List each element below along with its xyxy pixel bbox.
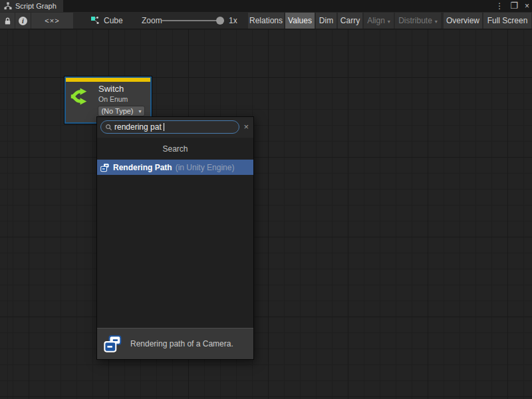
zoom-slider[interactable]: [162, 20, 223, 21]
fuzzy-finder-popup: rendering pat × Search Rendering Path (i…: [96, 116, 254, 360]
dropdown-arrow-icon: ▾: [139, 108, 142, 114]
search-result-row[interactable]: Rendering Path (in Unity Engine): [97, 160, 253, 175]
finder-empty-area: [97, 175, 253, 328]
graph-toolbar: i <×> Cube Zoom 1x Relations Values Dim …: [0, 12, 532, 29]
graph-node-icon: [90, 16, 100, 25]
window-menu-icon[interactable]: ⋮: [495, 0, 503, 12]
tab-bar: Script Graph ⋮ ❐ ×: [0, 0, 532, 12]
node-type-dropdown[interactable]: (No Type) ▾: [98, 106, 145, 116]
lock-icon: [3, 17, 12, 25]
toolbar-button-carry[interactable]: Carry: [338, 13, 362, 29]
enum-icon: [100, 163, 110, 172]
code-icon: <×>: [45, 17, 59, 25]
enum-icon-large: [104, 335, 122, 353]
footer-description: Rendering path of a Camera.: [130, 339, 233, 348]
toolbar-button-dim[interactable]: Dim: [316, 13, 336, 29]
finder-header: Search: [97, 138, 253, 160]
toolbar-button-overview[interactable]: Overview: [444, 13, 482, 29]
search-input[interactable]: rendering pat: [100, 120, 239, 134]
zoom-slider-knob[interactable]: [216, 17, 224, 25]
graph-canvas[interactable]: Switch On Enum (No Type) ▾ rendering pat: [0, 29, 532, 399]
switch-branch-icon: [69, 86, 90, 107]
window-close-icon[interactable]: ×: [525, 0, 529, 12]
script-graph-icon: [4, 2, 12, 10]
zoom-label: Zoom: [142, 12, 162, 29]
result-name: Rendering Path: [113, 163, 172, 172]
toolbar-button-align[interactable]: Align ▾: [364, 13, 394, 29]
dropdown-arrow-icon: ▾: [388, 19, 390, 25]
maximize-icon[interactable]: ❐: [510, 0, 518, 12]
finder-search-row: rendering pat ×: [97, 117, 253, 138]
edit-script-button[interactable]: <×>: [31, 13, 73, 29]
tab-script-graph[interactable]: Script Graph: [0, 0, 63, 12]
text-caret: [164, 123, 164, 131]
search-query-text: rendering pat: [114, 122, 162, 132]
info-icon: i: [19, 17, 27, 25]
graph-target[interactable]: Cube: [90, 12, 123, 29]
node-subtitle: On Enum: [98, 95, 128, 103]
graph-target-label: Cube: [104, 16, 123, 25]
tab-label: Script Graph: [15, 2, 57, 10]
lock-button[interactable]: [0, 13, 15, 29]
finder-footer: Rendering path of a Camera.: [97, 328, 253, 359]
toolbar-button-distribute[interactable]: Distribute ▾: [395, 13, 441, 29]
toolbar-button-relations[interactable]: Relations: [248, 13, 284, 29]
toolbar-button-values[interactable]: Values: [285, 13, 315, 29]
node-title: Switch: [98, 84, 124, 94]
inspect-button[interactable]: i: [15, 13, 31, 29]
zoom-value: 1x: [229, 12, 237, 29]
finder-close-icon[interactable]: ×: [243, 122, 249, 131]
toolbar-button-fullscreen[interactable]: Full Screen: [483, 13, 531, 29]
dropdown-arrow-icon: ▾: [435, 19, 438, 25]
result-context: (in Unity Engine): [176, 163, 235, 172]
search-icon: [105, 124, 112, 131]
